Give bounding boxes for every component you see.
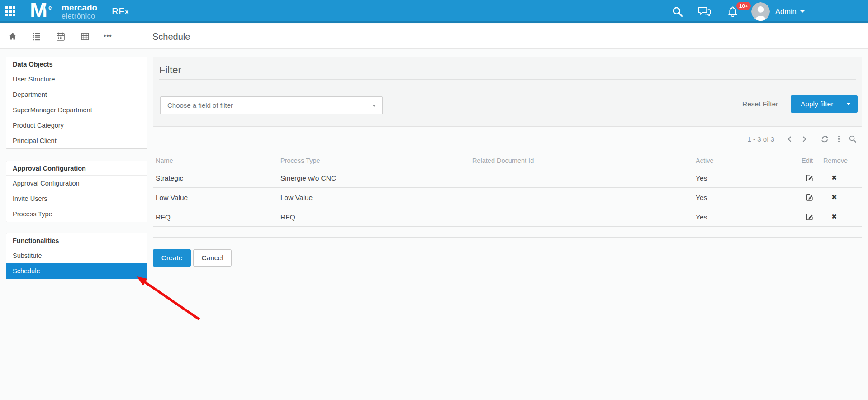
apply-filter-button[interactable]: Apply filter	[791, 95, 858, 113]
schedule-table: Name Process Type Related Document Id Ac…	[153, 153, 862, 238]
cell-related-document-id	[470, 168, 693, 187]
panel-header: Data Objects	[6, 57, 147, 71]
pagination-range: 1 - 3 of 3	[748, 135, 774, 143]
remove-button[interactable]: ✖	[831, 174, 837, 182]
column-header-active: Active	[693, 153, 796, 168]
column-header-name: Name	[153, 153, 278, 168]
page-title: Schedule	[152, 24, 190, 49]
table-row: RFQ RFQ Yes ✖	[153, 207, 862, 227]
sidebar-item-schedule[interactable]: Schedule	[6, 263, 147, 279]
remove-x-icon: ✖	[831, 174, 837, 182]
sidebar-item-product-category[interactable]: Product Category	[6, 118, 147, 133]
cell-active: Yes	[693, 168, 796, 187]
table-footer-strip	[153, 227, 862, 238]
edit-icon	[806, 213, 814, 221]
chevron-down-icon	[846, 103, 851, 105]
logo-e-badge: e	[45, 3, 55, 12]
calendar-icon[interactable]	[56, 32, 66, 42]
refresh-button[interactable]	[821, 135, 829, 143]
search-icon	[849, 135, 857, 143]
sidebar-item-approval-configuration[interactable]: Approval Configuration	[6, 176, 147, 191]
filter-title: Filter	[159, 64, 181, 76]
chat-icon[interactable]	[697, 5, 711, 18]
edit-button[interactable]	[806, 213, 814, 221]
sidebar-panel-data-objects: Data Objects User Structure Department S…	[6, 57, 147, 149]
cancel-button[interactable]: Cancel	[193, 249, 232, 267]
remove-x-icon: ✖	[831, 213, 837, 221]
cell-related-document-id	[470, 207, 693, 226]
top-navbar: M e mercado eletrônico RFx 10+ Admin	[0, 0, 868, 23]
list-icon[interactable]	[32, 32, 42, 42]
avatar-person-icon	[751, 2, 770, 21]
chevron-down-icon	[372, 105, 376, 107]
column-header-remove: Remove	[823, 153, 862, 168]
panel-header: Functionalities	[6, 233, 147, 248]
cell-name: RFQ	[153, 207, 278, 226]
sidebar-panel-functionalities: Functionalities Substitute Schedule	[6, 233, 147, 279]
home-icon[interactable]	[8, 32, 18, 42]
more-icon[interactable]: •••	[104, 24, 112, 47]
brand-text: mercado eletrônico	[62, 3, 97, 20]
edit-button[interactable]	[806, 193, 814, 201]
table-icon[interactable]	[80, 32, 90, 42]
sidebar-item-substitute[interactable]: Substitute	[6, 248, 147, 263]
table-header-row: Name Process Type Related Document Id Ac…	[153, 153, 862, 168]
edit-icon	[806, 193, 814, 201]
cell-name: Low Value	[153, 188, 278, 207]
edit-button[interactable]	[806, 174, 814, 182]
edit-icon	[806, 174, 814, 182]
reset-filter-button[interactable]: Reset Filter	[742, 95, 778, 113]
prev-page-button[interactable]	[786, 135, 793, 143]
kebab-icon	[838, 136, 840, 143]
filter-card: Filter Choose a field of filter Reset Fi…	[153, 57, 862, 127]
user-caret-icon[interactable]	[800, 10, 805, 13]
app-name: RFx	[112, 0, 129, 23]
cell-related-document-id	[470, 188, 693, 207]
cell-process-type: Low Value	[278, 188, 470, 207]
sidebar-item-invite-users[interactable]: Invite Users	[6, 191, 147, 206]
table-search-button[interactable]	[849, 135, 857, 143]
column-header-process-type: Process Type	[278, 153, 470, 168]
filter-field-dropdown[interactable]: Choose a field of filter	[160, 96, 383, 114]
refresh-icon	[821, 135, 829, 143]
table-options-button[interactable]	[838, 136, 840, 143]
logo-m-letter: M	[30, 0, 47, 21]
user-menu[interactable]: Admin	[775, 0, 797, 23]
table-row: Strategic Sinergie w/o CNC Yes ✖	[153, 168, 862, 188]
cell-active: Yes	[693, 207, 796, 226]
sidebar-item-department[interactable]: Department	[6, 87, 147, 102]
sidebar-item-user-structure[interactable]: User Structure	[6, 71, 147, 87]
column-header-related-document-id: Related Document Id	[470, 153, 693, 168]
sidebar-item-principal-client[interactable]: Principal Client	[6, 133, 147, 148]
panel-header: Approval Configuration	[6, 161, 147, 176]
cell-process-type: RFQ	[278, 207, 470, 226]
pagination-bar: 1 - 3 of 3	[153, 131, 862, 147]
remove-x-icon: ✖	[831, 193, 837, 201]
cell-active: Yes	[693, 188, 796, 207]
remove-button[interactable]: ✖	[831, 193, 837, 201]
remove-button[interactable]: ✖	[831, 213, 837, 221]
table-row: Low Value Low Value Yes ✖	[153, 188, 862, 207]
chevron-left-icon	[786, 135, 793, 143]
brand-name-bottom: eletrônico	[62, 12, 97, 20]
sidebar-panel-approval-configuration: Approval Configuration Approval Configur…	[6, 161, 147, 222]
next-page-button[interactable]	[801, 135, 808, 143]
app-grid-icon[interactable]	[5, 6, 15, 16]
dropdown-placeholder: Choose a field of filter	[167, 97, 233, 114]
create-button[interactable]: Create	[153, 249, 191, 267]
cell-process-type: Sinergie w/o CNC	[278, 168, 470, 187]
chevron-right-icon	[801, 135, 808, 143]
cell-name: Strategic	[153, 168, 278, 187]
apply-filter-label: Apply filter	[801, 100, 833, 108]
brand-name-top: mercado	[62, 3, 97, 12]
sidebar-item-process-type[interactable]: Process Type	[6, 206, 147, 222]
sidebar-item-supermanager-department[interactable]: SuperManager Department	[6, 102, 147, 118]
avatar[interactable]	[751, 2, 770, 21]
search-icon[interactable]	[671, 5, 683, 18]
column-header-edit: Edit	[796, 153, 823, 168]
filter-divider	[159, 79, 856, 80]
secondary-toolbar: ••• Schedule	[0, 24, 868, 49]
notification-badge: 10+	[736, 2, 751, 10]
